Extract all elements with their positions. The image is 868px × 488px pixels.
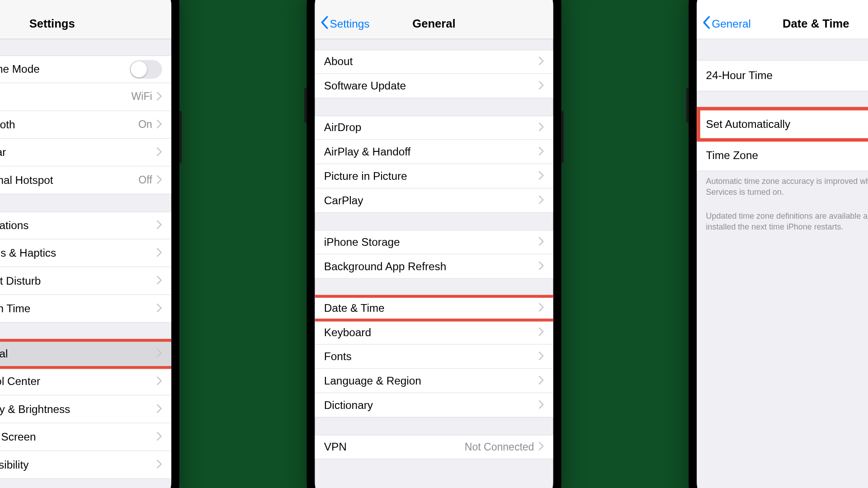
chevron-right-icon: [539, 122, 544, 134]
chevron-right-icon: [157, 347, 162, 360]
chevron-right-icon: [539, 170, 544, 183]
chevron-right-icon: [157, 146, 162, 159]
status-bar: 10:00: [697, 0, 868, 9]
row-keyboard[interactable]: Keyboard: [315, 320, 553, 345]
row-label: Display & Brightness: [0, 403, 157, 415]
chevron-right-icon: [539, 80, 544, 92]
row-airplane-mode[interactable]: ✈Airplane Mode: [0, 56, 171, 83]
toggle-airplane[interactable]: [130, 60, 162, 79]
row-wi-fi[interactable]: ᯤWi-FiWiFi: [0, 83, 171, 111]
chevron-right-icon: [539, 56, 544, 68]
chevron-right-icon: [157, 458, 162, 471]
row-home-screen[interactable]: ⊞Home Screen: [0, 423, 171, 451]
row-label: Date & Time: [324, 302, 539, 314]
back-button[interactable]: Settings: [321, 16, 369, 32]
row-general[interactable]: ⚙General: [0, 340, 171, 367]
row-iphone-storage[interactable]: iPhone Storage: [315, 230, 553, 254]
row-label: Bluetooth: [0, 118, 138, 131]
row-label: VPN: [324, 441, 465, 453]
row-control-center[interactable]: ⋮⋮Control Center: [0, 368, 171, 395]
row-label: CarPlay: [324, 194, 539, 206]
row-screen-time[interactable]: ⌛Screen Time: [0, 295, 171, 323]
row-label: AirDrop: [324, 122, 539, 134]
nav-bar: Settings General: [315, 9, 553, 39]
row-personal-hotspot[interactable]: ⦾Personal HotspotOff: [0, 166, 171, 194]
phone-settings: 9:41 Settings ✈Airplane ModeᯤWi-FiWiFi󰂯B…: [0, 0, 179, 488]
row-do-not-disturb[interactable]: ☾Do Not Disturb: [0, 267, 171, 295]
row-label: Control Center: [0, 375, 157, 388]
nav-bar: General Date & Time: [697, 9, 868, 39]
back-label: Settings: [330, 18, 370, 30]
chevron-right-icon: [539, 399, 544, 411]
back-button[interactable]: General: [703, 16, 751, 32]
row-label: General: [0, 347, 157, 360]
row-label: AirPlay & Handoff: [324, 145, 539, 158]
row-label: Keyboard: [324, 326, 539, 338]
footer-note-2: Updated time zone definitions are availa…: [697, 206, 868, 232]
phone-general: 14:51 Settings General AboutSoftware Upd…: [307, 0, 561, 488]
row-airplay-handoff[interactable]: AirPlay & Handoff: [315, 140, 553, 164]
status-bar: 9:41: [0, 0, 171, 9]
row-label: Set Automatically: [706, 118, 868, 131]
row-detail: Not Connected: [465, 441, 534, 453]
chevron-left-icon: [703, 16, 711, 32]
row-label: Notifications: [0, 219, 157, 232]
chevron-right-icon: [157, 403, 162, 415]
row-label: Picture in Picture: [324, 170, 539, 183]
row-label: Language & Region: [324, 375, 539, 387]
row-language-region[interactable]: Language & Region: [315, 369, 553, 393]
chevron-right-icon: [539, 236, 544, 249]
row-fonts[interactable]: Fonts: [315, 345, 553, 369]
status-time: 14:51: [331, 0, 356, 0]
row-about[interactable]: About: [315, 50, 553, 74]
row-label: Background App Refresh: [324, 260, 539, 272]
row-label: Accessibility: [0, 458, 157, 471]
row-airdrop[interactable]: AirDrop: [315, 116, 553, 140]
chevron-right-icon: [157, 174, 162, 186]
row-label: Time Zone: [706, 149, 868, 161]
chevron-right-icon: [157, 247, 162, 259]
row-picture-in-picture[interactable]: Picture in Picture: [315, 164, 553, 188]
row-time-zone[interactable]: Time Zone: [697, 140, 868, 171]
row-sounds-haptics[interactable]: 🔊Sounds & Haptics: [0, 239, 171, 267]
row-detail: Off: [138, 174, 152, 186]
chevron-right-icon: [539, 441, 544, 453]
chevron-right-icon: [157, 219, 162, 232]
chevron-right-icon: [157, 118, 162, 131]
row-dictionary[interactable]: Dictionary: [315, 393, 553, 418]
row-bluetooth[interactable]: 󰂯BluetoothOn: [0, 111, 171, 139]
page-title: Settings: [29, 17, 75, 30]
row-label: Wi-Fi: [0, 90, 132, 103]
chevron-right-icon: [157, 431, 162, 443]
chevron-right-icon: [539, 302, 544, 314]
status-time: 10:00: [713, 0, 738, 0]
row-background-app-refresh[interactable]: Background App Refresh: [315, 254, 553, 279]
row-cellular[interactable]: ▮Cellular: [0, 139, 171, 166]
row-date-time[interactable]: Date & Time: [315, 296, 553, 320]
row-notifications[interactable]: ▢Notifications: [0, 211, 171, 239]
row-accessibility[interactable]: ♿Accessibility: [0, 451, 171, 479]
chevron-right-icon: [539, 350, 544, 363]
row-detail: WiFi: [132, 91, 152, 103]
row-set-automatically[interactable]: Set Automatically: [697, 108, 868, 140]
row-label: Dictionary: [324, 399, 539, 411]
row-24-hour-time[interactable]: 24-Hour Time: [697, 60, 868, 91]
chevron-right-icon: [539, 326, 544, 338]
phone-date-time: 10:00 General Date & Time 24-Hour Time: [689, 0, 868, 488]
row-display-brightness[interactable]: AADisplay & Brightness: [0, 395, 171, 423]
chevron-right-icon: [157, 90, 162, 103]
chevron-right-icon: [539, 260, 544, 272]
row-label: Sounds & Haptics: [0, 247, 157, 259]
row-label: Personal Hotspot: [0, 174, 138, 186]
row-carplay[interactable]: CarPlay: [315, 188, 553, 213]
row-label: Screen Time: [0, 302, 157, 315]
row-label: Home Screen: [0, 431, 157, 443]
row-label: Cellular: [0, 146, 157, 159]
footer-note-1: Automatic time zone accuracy is improved…: [697, 171, 868, 198]
row-vpn[interactable]: VPNNot Connected: [315, 435, 553, 459]
page-title: General: [412, 17, 455, 30]
row-label: About: [324, 56, 539, 68]
chevron-right-icon: [157, 302, 162, 315]
row-detail: On: [138, 118, 152, 131]
row-software-update[interactable]: Software Update: [315, 74, 553, 99]
